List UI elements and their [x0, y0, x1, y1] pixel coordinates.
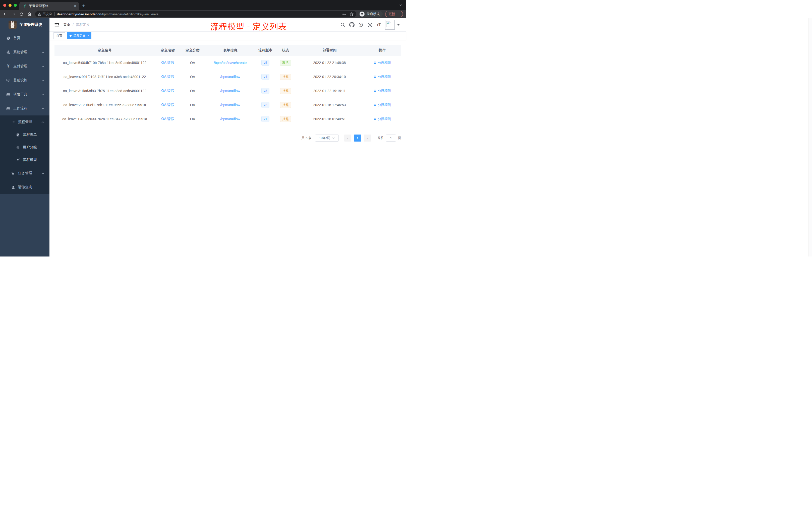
main-area: 首页 / 流程定义 流程模型 - 定义列表 ? TT — [50, 18, 406, 256]
yen-icon: ¥ — [6, 64, 10, 68]
user-icon — [373, 75, 377, 78]
sidebar-item-user-group[interactable]: 用户分组 — [0, 141, 50, 154]
form-link[interactable]: /bpm/oa/flow — [220, 89, 240, 93]
sidebar-collapse-icon[interactable] — [54, 22, 59, 27]
svg-text:?: ? — [360, 23, 361, 26]
form-link[interactable]: /bpm/oa/flow — [220, 103, 240, 107]
tag-home[interactable]: 首页 — [54, 32, 65, 39]
col-form-info: 表单信息 — [205, 45, 256, 56]
chevron-up-icon — [41, 121, 45, 123]
window-close-button[interactable] — [3, 4, 6, 7]
tab-close-icon[interactable]: ✕ — [74, 4, 77, 8]
briefcase-icon — [6, 107, 10, 111]
sidebar-item-infrastructure[interactable]: 基础设施 — [0, 73, 50, 87]
content-area: 定义编号 定义名称 定义分类 表单信息 流程版本 状态 部署时间 操作 oa_l… — [50, 40, 406, 256]
tag-close-icon[interactable]: × — [87, 34, 89, 37]
person-icon — [11, 185, 15, 189]
security-status[interactable]: 不安全 — [38, 12, 52, 16]
sidebar-item-system[interactable]: 系统管理 — [0, 45, 50, 59]
help-icon[interactable]: ? — [358, 22, 364, 28]
robot-face-icon — [16, 145, 20, 149]
definition-category: OA — [180, 70, 205, 84]
definition-table: 定义编号 定义名称 定义分类 表单信息 流程版本 状态 部署时间 操作 oa_l… — [55, 45, 401, 126]
user-icon — [373, 103, 377, 107]
definition-category: OA — [180, 84, 205, 98]
definition-name-link[interactable]: OA 请假 — [161, 60, 174, 64]
workflow-submenu: 流程管理 流程表单 用户分组 流程模型 — [0, 116, 50, 194]
pagination-total: 共 5 条 — [301, 136, 312, 140]
version-badge: v4 — [261, 74, 269, 80]
sidebar-item-payment[interactable]: ¥ 支付管理 — [0, 59, 50, 73]
definition-name-link[interactable]: OA 请假 — [161, 74, 174, 79]
assign-rule-button[interactable]: 分配规则 — [373, 60, 391, 65]
password-key-icon[interactable] — [342, 12, 346, 16]
table-header-row: 定义编号 定义名称 定义分类 表单信息 流程版本 状态 部署时间 操作 — [55, 45, 401, 56]
github-icon[interactable] — [349, 22, 354, 28]
browser-menu-kebab-icon[interactable]: ⋮ — [397, 13, 401, 15]
breadcrumb-separator: / — [72, 23, 74, 27]
sidebar-logo[interactable]: 芋道管理系统 — [0, 18, 50, 31]
assign-rule-button[interactable]: 分配规则 — [373, 74, 391, 79]
definition-id: oa_leave:3:1fad3d93-7b75-11ec-a3c8-acde4… — [55, 84, 155, 98]
definition-name-link[interactable]: OA 请假 — [161, 89, 174, 93]
page-size-select[interactable]: 10条/页 — [315, 134, 339, 142]
version-badge: v1 — [261, 116, 269, 122]
tag-process-definition[interactable]: 流程定义 × — [67, 32, 91, 39]
chevron-down-icon — [41, 94, 45, 96]
forward-button[interactable] — [10, 11, 16, 17]
form-link[interactable]: /bpm/oa/leave/create — [214, 61, 247, 65]
sidebar-item-task-management[interactable]: 任务管理 — [0, 166, 50, 180]
form-link[interactable]: /bpm/oa/flow — [220, 75, 240, 79]
sidebar-item-workflow[interactable]: 工作流程 — [0, 101, 50, 116]
user-icon — [373, 89, 377, 92]
chevron-down-icon — [41, 65, 45, 67]
new-tab-button[interactable]: + — [82, 2, 85, 9]
reload-button[interactable] — [19, 11, 24, 17]
current-page-button[interactable]: 1 — [354, 134, 361, 142]
deploy-time: 2022-01-22 20:34:10 — [296, 70, 363, 84]
update-chip[interactable]: 更新 ⋮ — [385, 11, 403, 17]
home-button[interactable] — [27, 11, 32, 17]
breadcrumb-current: 流程定义 — [76, 23, 90, 27]
definition-id: oa_leave:5:004b710b-7b8a-11ec-8ef0-acde4… — [55, 56, 155, 70]
user-avatar[interactable] — [385, 20, 395, 30]
assign-rule-button[interactable]: 分配规则 — [373, 89, 391, 93]
broken-image-icon — [386, 21, 392, 27]
assign-rule-button[interactable]: 分配规则 — [373, 103, 391, 107]
avatar-dropdown-caret-icon[interactable] — [397, 24, 400, 26]
back-button[interactable] — [2, 11, 8, 17]
sidebar-item-home[interactable]: 首页 — [0, 31, 50, 45]
sidebar-item-dev-tools[interactable]: 研发工具 — [0, 87, 50, 101]
breadcrumb-home[interactable]: 首页 — [63, 23, 70, 27]
definition-category: OA — [180, 98, 205, 112]
assign-rule-button[interactable]: 分配规则 — [373, 117, 391, 121]
browser-tab[interactable]: 芋道管理系统 ✕ — [19, 2, 79, 10]
font-size-icon[interactable]: TT — [376, 22, 382, 28]
tab-search-chevron-icon[interactable] — [399, 3, 403, 7]
annotation-title: 流程模型 - 定义列表 — [210, 21, 287, 32]
url-host: dashboard.yudao.iocoder.cn — [57, 12, 102, 16]
app-logo-avatar — [8, 21, 17, 29]
url-bar[interactable]: 不安全 dashboard.yudao.iocoder.cn/bpm/manag… — [35, 11, 356, 17]
sidebar-item-process-form[interactable]: 流程表单 — [0, 128, 50, 141]
fullscreen-icon[interactable] — [367, 22, 373, 28]
window-minimize-button[interactable] — [8, 4, 11, 7]
goto-page-input[interactable] — [386, 134, 396, 142]
sidebar-item-leave-query[interactable]: 请假查询 — [0, 180, 50, 194]
definition-name-link[interactable]: OA 请假 — [161, 117, 174, 121]
url-path: /bpm/manager/definition?key=oa_leave — [101, 12, 158, 16]
user-icon — [373, 61, 377, 64]
chevron-down-icon — [332, 137, 335, 139]
sidebar-item-process-model[interactable]: 流程模型 — [0, 154, 50, 166]
sidebar-item-process-management[interactable]: 流程管理 — [0, 116, 50, 128]
definition-name-link[interactable]: OA 请假 — [161, 103, 174, 107]
form-link[interactable]: /bpm/oa/flow — [220, 117, 240, 121]
search-icon[interactable] — [340, 22, 346, 28]
deploy-time: 2022-01-22 21:48:38 — [296, 56, 363, 70]
next-page-button[interactable]: › — [364, 134, 371, 142]
gear-icon — [6, 50, 10, 54]
bookmark-star-icon[interactable] — [349, 12, 354, 16]
window-zoom-button[interactable] — [14, 4, 17, 7]
app-title: 芋道管理系统 — [20, 22, 42, 27]
prev-page-button[interactable]: ‹ — [344, 134, 351, 142]
